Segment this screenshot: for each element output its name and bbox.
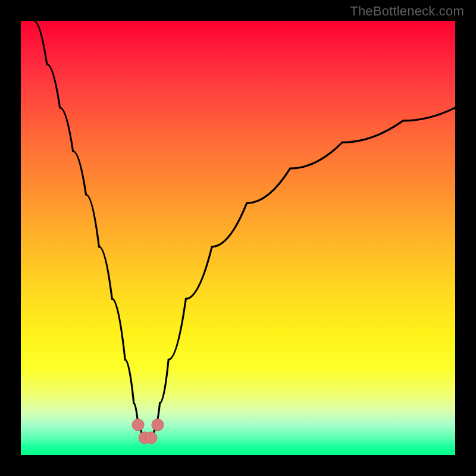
curve-marker bbox=[145, 432, 157, 444]
curve-markers bbox=[132, 419, 164, 444]
bottleneck-curve bbox=[34, 21, 455, 442]
curve-marker bbox=[132, 419, 144, 431]
curve-marker bbox=[152, 419, 164, 431]
chart-svg bbox=[21, 21, 455, 455]
watermark-text: TheBottleneck.com bbox=[350, 4, 464, 19]
